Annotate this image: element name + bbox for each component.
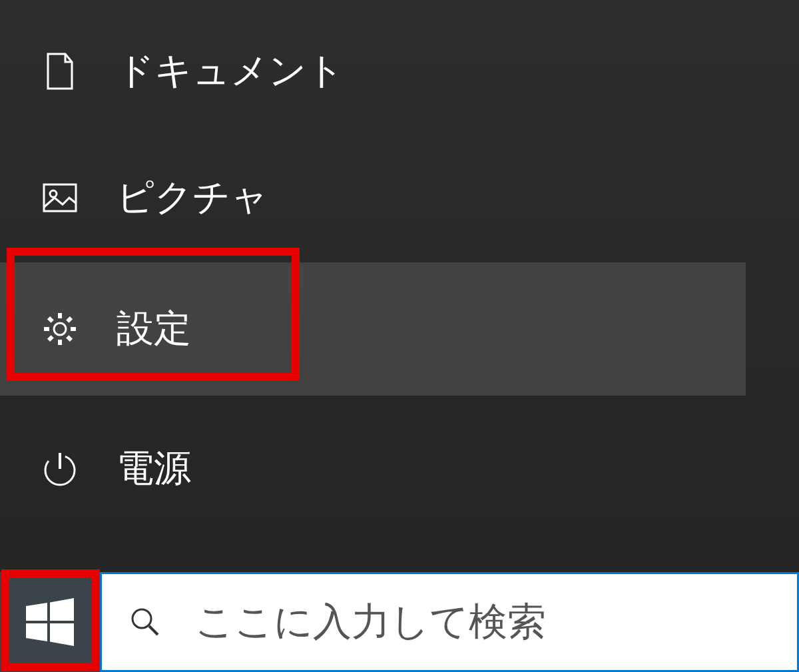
- start-menu-item-documents[interactable]: ドキュメント: [0, 15, 799, 128]
- start-menu-item-pictures[interactable]: ピクチャ: [0, 141, 799, 254]
- taskbar-search-box[interactable]: ここに入力して検索: [100, 572, 799, 672]
- power-label: 電源: [117, 444, 191, 494]
- start-menu-item-settings[interactable]: 設定: [0, 262, 799, 396]
- gear-icon: [40, 309, 80, 349]
- svg-rect-0: [44, 184, 76, 211]
- documents-label: ドキュメント: [117, 46, 344, 97]
- windows-logo-icon: [26, 598, 74, 646]
- taskbar: ここに入力して検索: [0, 572, 799, 672]
- svg-point-1: [50, 190, 57, 197]
- document-icon: [40, 51, 80, 91]
- svg-point-2: [54, 323, 66, 335]
- power-icon: [40, 449, 80, 489]
- search-icon: [129, 605, 162, 639]
- svg-line-6: [149, 626, 158, 635]
- settings-label: 設定: [117, 304, 191, 354]
- start-menu-item-power[interactable]: 電源: [0, 409, 799, 529]
- picture-icon: [40, 178, 80, 218]
- search-placeholder-text: ここに入力して検索: [195, 596, 546, 648]
- pictures-label: ピクチャ: [117, 172, 268, 223]
- start-button[interactable]: [0, 572, 100, 672]
- start-menu-panel: ドキュメント ピクチャ 設定 電源: [0, 0, 799, 572]
- svg-point-5: [133, 609, 151, 628]
